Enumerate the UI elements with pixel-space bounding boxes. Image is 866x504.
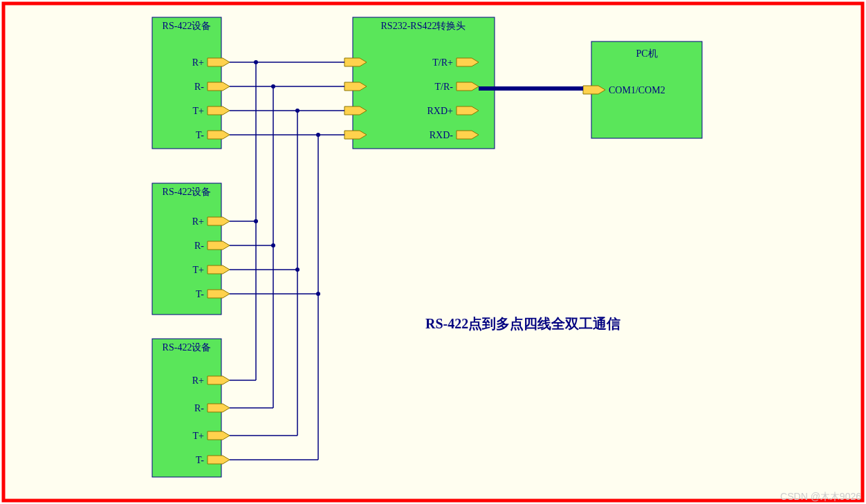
svg-text:RXD+: RXD+ xyxy=(427,106,454,116)
device1-title: RS-422设备 xyxy=(163,21,212,31)
pin-conv-tr-minus: T/R- xyxy=(435,82,479,92)
watermark: CSDN @木木9026 xyxy=(780,491,861,502)
svg-text:R+: R+ xyxy=(192,216,204,227)
svg-point-42 xyxy=(295,109,300,113)
diagram-title: RS-422点到多点四线全双工通信 xyxy=(425,316,620,331)
svg-text:R-: R- xyxy=(194,241,204,251)
pin-conv-rxd-plus: RXD+ xyxy=(427,106,479,116)
svg-text:RXD-: RXD- xyxy=(430,130,454,140)
svg-text:T/R+: T/R+ xyxy=(432,57,453,68)
svg-point-46 xyxy=(295,268,300,272)
svg-point-45 xyxy=(271,243,275,248)
pc-block: PC机 COM1/COM2 xyxy=(583,41,702,138)
svg-text:T+: T+ xyxy=(193,265,205,275)
svg-text:T-: T- xyxy=(196,455,204,465)
svg-text:R+: R+ xyxy=(192,57,204,68)
converter-title: RS232-RS422转换头 xyxy=(381,21,466,31)
svg-text:T+: T+ xyxy=(193,106,205,116)
rs422-device-1: RS-422设备 R+ R- T+ T- xyxy=(152,17,230,149)
pin-pc-com: COM1/COM2 xyxy=(583,85,665,95)
device3-title: RS-422设备 xyxy=(163,342,212,353)
svg-text:T-: T- xyxy=(196,130,204,140)
rs422-device-2: RS-422设备 R+ R- T+ T- xyxy=(152,183,230,315)
svg-text:COM1/COM2: COM1/COM2 xyxy=(609,85,665,95)
rs422-device-3: RS-422设备 R+ R- T+ T- xyxy=(152,339,230,477)
svg-text:T+: T+ xyxy=(193,431,205,441)
rs232-rs422-converter: RS232-RS422转换头 T/R+ T/R- RXD+ RXD- xyxy=(344,17,495,149)
svg-point-43 xyxy=(316,133,320,137)
svg-point-47 xyxy=(316,292,320,296)
svg-text:T-: T- xyxy=(196,289,204,299)
svg-text:R-: R- xyxy=(194,82,204,92)
svg-text:T/R-: T/R- xyxy=(435,82,454,92)
svg-point-40 xyxy=(254,60,258,64)
device2-title: RS-422设备 xyxy=(163,187,212,197)
svg-point-44 xyxy=(254,219,258,223)
pc-title: PC机 xyxy=(636,48,657,59)
svg-text:R+: R+ xyxy=(192,375,204,386)
svg-text:R-: R- xyxy=(194,403,204,413)
svg-point-41 xyxy=(271,84,275,88)
